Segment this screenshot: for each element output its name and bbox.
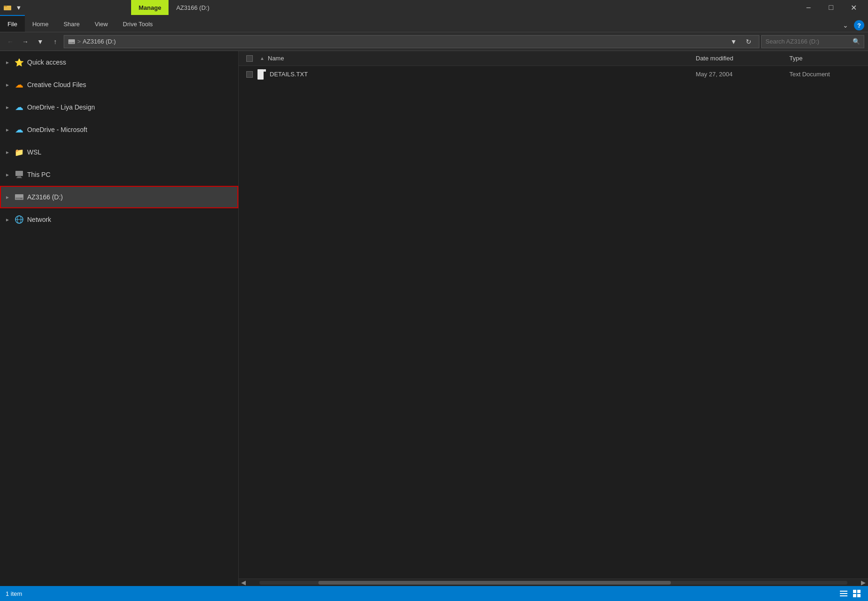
address-dropdown-btn[interactable]: ▼ (727, 35, 740, 48)
quick-access-toolbar-btn[interactable]: ▼ (14, 3, 23, 12)
tab-home[interactable]: Home (25, 15, 56, 32)
search-input[interactable] (765, 38, 851, 45)
path-text: AZ3166 (D:) (83, 38, 116, 45)
svg-point-10 (21, 198, 22, 199)
address-bar: ← → ▼ ↑ > AZ3166 (D:) ▼ ↻ 🔍 (0, 32, 868, 51)
chevron-wsl: ► (4, 148, 11, 156)
sidebar-item-quick-access[interactable]: ► ⭐ Quick access (0, 51, 238, 73)
scroll-left-btn[interactable]: ◀ (239, 579, 248, 586)
svg-rect-1 (4, 6, 7, 7)
file-list-header: ▲ Name Date modified Type (239, 51, 868, 66)
tab-drivetools[interactable]: Drive Tools (115, 15, 160, 32)
col-type-label: Type (789, 55, 802, 62)
svg-rect-6 (17, 176, 21, 177)
star-icon: ⭐ (14, 57, 24, 67)
svg-rect-19 (840, 595, 847, 596)
cloud-blue-liya-icon: ☁ (14, 102, 24, 112)
sidebar-item-onedrive-ms[interactable]: ► ☁ OneDrive - Microsoft (0, 118, 238, 141)
recent-locations-button[interactable]: ▼ (34, 35, 47, 48)
row-checkbox[interactable] (243, 71, 257, 78)
scrollbar-track (259, 581, 847, 585)
title-bar: ▼ Manage AZ3166 (D:) – □ ✕ (0, 0, 868, 15)
sidebar-item-onedrive-liya[interactable]: ► ☁ OneDrive - Liya Design (0, 96, 238, 118)
window-title: AZ3166 (D:) (176, 4, 209, 11)
ribbon: File Home Share View Drive Tools ⌄ ? (0, 15, 868, 32)
scroll-right-btn[interactable]: ▶ (859, 579, 868, 586)
svg-rect-22 (853, 594, 856, 597)
up-button[interactable]: ↑ (49, 35, 62, 48)
svg-rect-18 (840, 593, 847, 594)
sidebar: ► ⭐ Quick access ► ☁ Creative Cloud File… (0, 51, 239, 586)
sidebar-item-creative-cloud[interactable]: ► ☁ Creative Cloud Files (0, 73, 238, 96)
svg-rect-9 (15, 198, 23, 199)
sort-name-btn[interactable]: ▲ (258, 55, 266, 62)
sidebar-label-creative-cloud: Creative Cloud Files (27, 81, 86, 88)
col-date-header[interactable]: Date modified (696, 55, 789, 62)
chevron-onedrive-liya: ► (4, 103, 11, 111)
forward-button[interactable]: → (19, 35, 32, 48)
col-name-header[interactable]: ▲ Name (257, 55, 696, 62)
sidebar-label-az3166: AZ3166 (D:) (27, 193, 63, 201)
ribbon-tabs: File Home Share View Drive Tools ⌄ ? (0, 15, 868, 32)
main-content: ► ⭐ Quick access ► ☁ Creative Cloud File… (0, 51, 868, 586)
chevron-network: ► (4, 216, 11, 223)
svg-rect-21 (857, 590, 861, 593)
file-name: DETAILS.TXT (270, 71, 696, 78)
svg-rect-23 (857, 594, 861, 597)
svg-rect-17 (840, 591, 847, 592)
col-date-label: Date modified (696, 55, 733, 62)
close-button[interactable]: ✕ (843, 0, 864, 15)
manage-tab[interactable]: Manage (131, 0, 169, 15)
sidebar-label-quick-access: Quick access (27, 59, 66, 66)
pc-icon (14, 169, 24, 180)
drive-icon (14, 192, 24, 202)
title-bar-left: ▼ (4, 3, 23, 12)
sidebar-item-wsl[interactable]: ► 📁 WSL (0, 141, 238, 163)
tab-share[interactable]: Share (56, 15, 88, 32)
ribbon-collapse-btn[interactable]: ⌄ (839, 19, 852, 32)
cloud-orange-icon: ☁ (14, 80, 24, 90)
svg-rect-7 (16, 177, 22, 178)
sidebar-item-network[interactable]: ► Network (0, 208, 238, 231)
file-list: DETAILS.TXT May 27, 2004 Text Document (239, 66, 868, 579)
svg-rect-20 (853, 590, 856, 593)
table-row[interactable]: DETAILS.TXT May 27, 2004 Text Document (239, 66, 868, 83)
sidebar-label-network: Network (27, 216, 51, 223)
refresh-button[interactable]: ↻ (742, 35, 755, 48)
tab-file[interactable]: File (0, 15, 25, 32)
header-checkbox[interactable] (243, 55, 257, 62)
chevron-az3166: ► (4, 193, 11, 201)
col-type-header[interactable]: Type (789, 55, 864, 62)
scrollbar-thumb[interactable] (318, 581, 671, 585)
horizontal-scrollbar[interactable]: ◀ ▶ (239, 579, 868, 586)
search-box[interactable]: 🔍 (761, 35, 864, 48)
file-checkbox[interactable] (246, 71, 253, 78)
sidebar-label-wsl: WSL (27, 148, 41, 156)
ribbon-extra-buttons: ⌄ ? (839, 19, 868, 32)
cloud-blue-ms-icon: ☁ (14, 125, 24, 135)
back-button[interactable]: ← (4, 35, 17, 48)
chevron-this-pc: ► (4, 171, 11, 178)
status-item-count: 1 item (6, 590, 22, 597)
chevron-creative-cloud: ► (4, 81, 11, 88)
tab-view[interactable]: View (87, 15, 115, 32)
address-path[interactable]: > AZ3166 (D:) ▼ ↻ (64, 35, 759, 48)
status-bar: 1 item (0, 586, 868, 601)
sidebar-item-this-pc[interactable]: ► This PC (0, 163, 238, 186)
window-controls: – □ ✕ (798, 0, 864, 15)
status-view-controls (838, 588, 862, 599)
file-date: May 27, 2004 (696, 71, 789, 78)
tiles-view-btn[interactable] (851, 588, 862, 599)
select-all-checkbox[interactable] (246, 55, 253, 62)
file-type: Text Document (789, 71, 864, 78)
maximize-button[interactable]: □ (820, 0, 842, 15)
svg-rect-3 (69, 42, 74, 44)
path-separator: > (77, 38, 81, 45)
sidebar-item-az3166[interactable]: ► AZ3166 (D:) (0, 186, 238, 208)
help-button[interactable]: ? (854, 20, 864, 30)
svg-rect-14 (257, 69, 264, 80)
chevron-onedrive-ms: ► (4, 126, 11, 133)
minimize-button[interactable]: – (798, 0, 819, 15)
sidebar-label-this-pc: This PC (27, 171, 51, 178)
details-view-btn[interactable] (838, 588, 849, 599)
